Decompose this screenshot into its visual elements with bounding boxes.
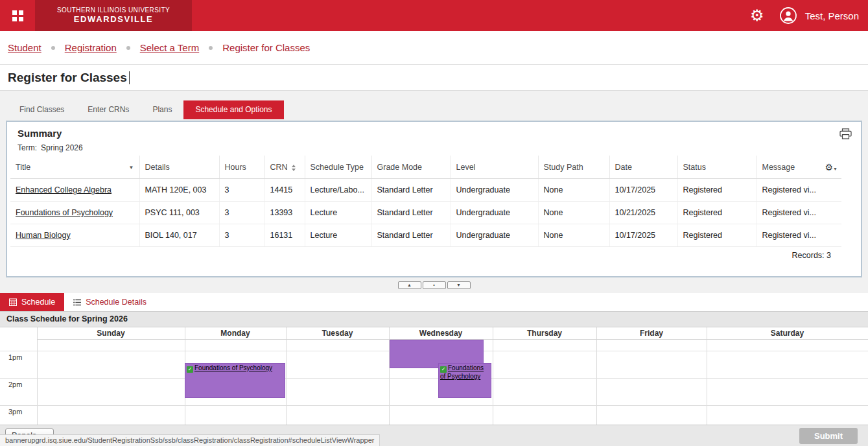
tab-plans[interactable]: Plans xyxy=(141,100,183,119)
column-header-message[interactable]: Message⚙▼ xyxy=(757,156,841,179)
cell-level: Undergraduate xyxy=(451,224,538,247)
user-name: Test, Person xyxy=(805,10,859,21)
cell-date: 10/21/2025 xyxy=(609,202,677,224)
cell-schedule-type: Lecture/Labo... xyxy=(305,179,371,202)
breadcrumb-item-registration[interactable]: Registration xyxy=(65,42,117,53)
cell-hours: 3 xyxy=(219,224,264,247)
column-header-crn[interactable]: CRN xyxy=(264,156,305,179)
calendar-icon xyxy=(9,298,17,306)
cell-schedule-type: Lecture xyxy=(305,224,371,247)
cell-grade-mode: Standard Letter xyxy=(371,179,451,202)
summary-panel: Summary Term:Spring 2026 Title▼DetailsHo… xyxy=(6,121,862,277)
summary-table-body: Enhanced College AlgebraMATH 120E, 00331… xyxy=(10,179,841,247)
cell-grade-mode: Standard Letter xyxy=(371,202,451,224)
registered-check-icon: ✓ xyxy=(440,366,447,373)
settings-gear-icon[interactable]: ⚙ xyxy=(750,8,764,23)
cell-study-path: None xyxy=(538,202,609,224)
event-course-link[interactable]: Foundations of Psychology xyxy=(194,364,272,371)
user-avatar-icon xyxy=(780,7,797,24)
summary-title: Summary xyxy=(18,128,62,139)
summary-row: Enhanced College AlgebraMATH 120E, 00331… xyxy=(10,179,841,202)
records-count: Records: 3 xyxy=(7,247,861,260)
title-sort-caret-icon[interactable]: ▼ xyxy=(129,164,134,170)
cell-message: Registered vi... xyxy=(757,179,841,202)
university-logo[interactable]: SOUTHERN ILLINOIS UNIVERSITY EDWARDSVILL… xyxy=(35,0,192,31)
submit-button[interactable]: Submit xyxy=(799,428,858,444)
top-bar-actions: ⚙ Test, Person xyxy=(750,0,859,31)
crn-sort-icon[interactable] xyxy=(292,165,296,171)
summary-header-row: Title▼DetailsHoursCRNSchedule TypeGrade … xyxy=(10,156,841,179)
browser-status-url: bannerupgrd.isq.siue.edu/StudentRegistra… xyxy=(0,434,380,446)
day-header-wednesday: Wednesday xyxy=(389,327,493,339)
tab-schedule-and-options[interactable]: Schedule and Options xyxy=(183,100,283,119)
column-header-details[interactable]: Details xyxy=(139,156,219,179)
breadcrumb-item-register-for-classes: Register for Classes xyxy=(222,42,310,53)
breadcrumb: StudentRegistrationSelect a TermRegister… xyxy=(0,31,868,65)
top-bar: SOUTHERN ILLINOIS UNIVERSITY EDWARDSVILL… xyxy=(0,0,868,31)
schedule-tabs: Schedule Schedule Details xyxy=(0,293,868,311)
cell-crn: 13393 xyxy=(264,202,305,224)
user-menu[interactable]: Test, Person xyxy=(780,7,859,24)
course-title-link[interactable]: Human Biology xyxy=(16,231,71,240)
event-course-link[interactable]: Foundations of Psychology xyxy=(440,364,484,380)
cell-date: 10/17/2025 xyxy=(609,224,677,247)
cell-title: Foundations of Psychology xyxy=(10,202,139,224)
list-icon xyxy=(73,299,81,306)
time-label-3pm: 3pm xyxy=(8,408,22,416)
main-content: Find ClassesEnter CRNsPlansSchedule and … xyxy=(0,91,868,425)
column-header-title[interactable]: Title▼ xyxy=(10,156,139,179)
cell-level: Undergraduate xyxy=(451,202,538,224)
term-label: Term: xyxy=(18,143,37,152)
cell-status: Registered xyxy=(677,179,757,202)
resize-panel-down-button[interactable]: ▼ xyxy=(447,281,471,289)
schedule-event-psychology-monday[interactable]: ✓Foundations of Psychology xyxy=(185,363,285,398)
cell-study-path: None xyxy=(538,224,609,247)
column-header-study-path[interactable]: Study Path xyxy=(538,156,609,179)
logo-line1: SOUTHERN ILLINOIS UNIVERSITY xyxy=(57,6,170,14)
cell-date: 10/17/2025 xyxy=(609,179,677,202)
column-header-hours[interactable]: Hours xyxy=(219,156,264,179)
table-settings-gear-icon[interactable]: ⚙▼ xyxy=(825,162,838,172)
tab-schedule[interactable]: Schedule xyxy=(0,293,64,311)
day-header-friday: Friday xyxy=(596,327,707,339)
day-header-monday: Monday xyxy=(185,327,286,339)
column-header-level[interactable]: Level xyxy=(451,156,538,179)
registered-check-icon: ✓ xyxy=(187,366,193,373)
breadcrumb-item-student[interactable]: Student xyxy=(8,42,41,53)
tab-schedule-label: Schedule xyxy=(21,298,55,307)
calendar-day-header: SundayMondayTuesdayWednesdayThursdayFrid… xyxy=(37,327,868,340)
cell-hours: 3 xyxy=(219,179,264,202)
cell-crn: 14415 xyxy=(264,179,305,202)
tab-schedule-details[interactable]: Schedule Details xyxy=(64,293,156,311)
schedule-caption: Class Schedule for Spring 2026 xyxy=(0,311,868,327)
term-line: Term:Spring 2026 xyxy=(7,139,861,156)
text-cursor xyxy=(129,71,130,84)
schedule-event-psychology-wednesday[interactable]: ✓Foundations of Psychology xyxy=(438,363,491,398)
column-header-schedule-type[interactable]: Schedule Type xyxy=(305,156,371,179)
time-label-2pm: 2pm xyxy=(8,381,22,388)
tab-enter-crns[interactable]: Enter CRNs xyxy=(76,100,141,119)
cell-message: Registered vi... xyxy=(757,202,841,224)
apps-menu-button[interactable] xyxy=(0,0,35,31)
resize-panel-toggle-button[interactable]: • xyxy=(423,281,446,289)
resize-panel-up-button[interactable]: ▲ xyxy=(398,281,421,289)
course-title-link[interactable]: Enhanced College Algebra xyxy=(16,185,111,194)
cell-title: Enhanced College Algebra xyxy=(10,179,139,202)
summary-table: Title▼DetailsHoursCRNSchedule TypeGrade … xyxy=(10,156,841,247)
day-header-saturday: Saturday xyxy=(707,327,868,339)
course-title-link[interactable]: Foundations of Psychology xyxy=(16,208,113,217)
day-header-thursday: Thursday xyxy=(493,327,596,339)
column-header-grade-mode[interactable]: Grade Mode xyxy=(371,156,451,179)
print-icon[interactable] xyxy=(839,128,852,139)
column-header-status[interactable]: Status xyxy=(677,156,757,179)
term-value: Spring 2026 xyxy=(41,143,83,152)
cell-status: Registered xyxy=(677,202,757,224)
cell-details: MATH 120E, 003 xyxy=(139,179,219,202)
tab-find-classes[interactable]: Find Classes xyxy=(8,100,76,119)
cell-grade-mode: Standard Letter xyxy=(371,224,451,247)
cell-message: Registered vi... xyxy=(757,224,841,247)
cell-title: Human Biology xyxy=(10,224,139,247)
breadcrumb-item-select-a-term[interactable]: Select a Term xyxy=(140,42,199,53)
cell-details: BIOL 140, 017 xyxy=(139,224,219,247)
column-header-date[interactable]: Date xyxy=(609,156,677,179)
